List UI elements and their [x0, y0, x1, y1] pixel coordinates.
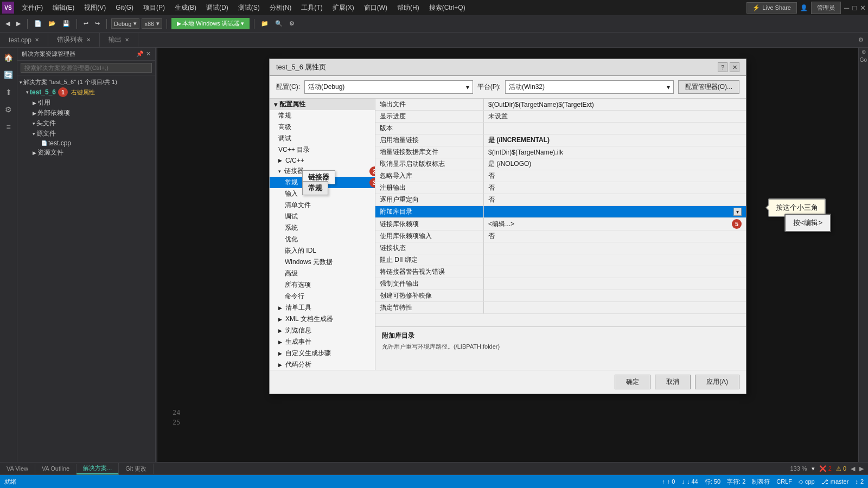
- menu-search[interactable]: 搜索(Ctrl+Q): [425, 2, 470, 14]
- toolbar-redo[interactable]: ↪: [93, 19, 102, 28]
- menu-edit[interactable]: 编辑(E): [48, 2, 79, 14]
- char-info[interactable]: 字符: 2: [727, 478, 745, 486]
- left-tree-debug[interactable]: 调试: [270, 133, 375, 144]
- menu-window[interactable]: 窗口(W): [360, 2, 392, 14]
- toolbar-save[interactable]: 💾: [60, 19, 72, 28]
- search-input[interactable]: [21, 63, 152, 73]
- arrows-up[interactable]: ↑ ↑ 0: [662, 478, 675, 485]
- left-tree-xml[interactable]: ▶ XML 文档生成器: [270, 313, 375, 325]
- close-btn[interactable]: ✕: [860, 4, 866, 12]
- error-count[interactable]: ❌ 2: [819, 465, 832, 472]
- menu-build[interactable]: 生成(B): [170, 2, 201, 14]
- refresh-icon[interactable]: 🔄: [1, 67, 16, 82]
- tab-settings[interactable]: ⚙: [854, 35, 868, 44]
- prop-row-addl-lib[interactable]: 附加库目录 ▾ 4: [375, 206, 746, 218]
- maximize-btn[interactable]: □: [852, 4, 857, 12]
- platform-dropdown[interactable]: x86 ▾: [142, 18, 162, 29]
- left-tree-allopts[interactable]: 所有选项: [270, 279, 375, 291]
- toolbar-extra-1[interactable]: 📁: [259, 19, 271, 28]
- zoom-control[interactable]: ▾: [812, 465, 815, 472]
- cancel-button[interactable]: 取消: [655, 375, 691, 389]
- menu-extensions[interactable]: 扩展(X): [328, 2, 359, 14]
- tab-info[interactable]: 制表符: [752, 478, 770, 486]
- toolbar-forward[interactable]: ▶: [14, 19, 23, 28]
- toolbar-extra-2[interactable]: 🔍: [273, 19, 285, 28]
- settings-icon[interactable]: ⚙: [1, 102, 16, 117]
- left-tree-cmdline[interactable]: 命令行: [270, 291, 375, 302]
- config-manager-btn[interactable]: 配置管理器(O)...: [678, 80, 739, 94]
- tab-close-output[interactable]: ✕: [125, 37, 129, 43]
- left-tree-system[interactable]: 系统: [270, 222, 375, 234]
- tab-solution[interactable]: 解决方案...: [76, 463, 119, 474]
- left-tree-idl[interactable]: 嵌入的 IDL: [270, 245, 375, 256]
- right-panel-btn[interactable]: ⊕: [861, 49, 866, 55]
- warning-count[interactable]: ⚠ 0: [836, 465, 846, 472]
- left-tree-normal[interactable]: 常规: [270, 110, 375, 121]
- line-info[interactable]: 行: 50: [705, 478, 720, 486]
- filter-icon[interactable]: ≡: [1, 119, 16, 134]
- encoding-info[interactable]: CRLF: [776, 478, 792, 485]
- dialog-close-btn[interactable]: ✕: [730, 62, 739, 72]
- left-tree-manifest[interactable]: 清单文件: [270, 200, 375, 211]
- menu-help[interactable]: 帮助(H): [393, 2, 424, 14]
- toolbar-open[interactable]: 📂: [46, 19, 58, 28]
- menu-test[interactable]: 测试(S): [234, 2, 264, 14]
- left-tree-advanced2[interactable]: 高级: [270, 268, 375, 279]
- resource-files-node[interactable]: ▶ 资源文件: [17, 147, 155, 158]
- branch-info[interactable]: ⎇ master: [821, 478, 849, 485]
- toolbar-extra-3[interactable]: ⚙: [287, 19, 297, 28]
- solution-root[interactable]: ▾ 解决方案 "test_5_6" (1 个项目/共 1): [17, 78, 155, 87]
- toolbar-undo[interactable]: ↩: [81, 19, 91, 28]
- tab-test-cpp[interactable]: test.cpp ✕: [0, 34, 48, 46]
- lang-info[interactable]: ◇ cpp: [799, 478, 815, 485]
- left-tree-manifest-tool[interactable]: ▶ 清单工具: [270, 302, 375, 313]
- menu-project[interactable]: 项目(P): [139, 2, 169, 14]
- tab-va-outline[interactable]: VA Outline: [35, 464, 76, 473]
- tab-error-list[interactable]: 错误列表 ✕: [48, 33, 100, 47]
- menu-git[interactable]: Git(G): [111, 3, 138, 12]
- left-tree-debug2[interactable]: 调试: [270, 211, 375, 222]
- nav-right[interactable]: ▶: [859, 465, 864, 472]
- left-tree-cpp[interactable]: ▶ C/C++: [270, 156, 375, 165]
- sidebar-pin[interactable]: 📌: [136, 50, 144, 57]
- right-panel-go[interactable]: Go: [860, 57, 867, 63]
- config-props-header[interactable]: ▾ 配置属性: [270, 99, 375, 110]
- addl-lib-dropdown[interactable]: ▾: [733, 208, 742, 216]
- platform-select[interactable]: 活动(Win32) ▾: [505, 80, 674, 94]
- ref-node[interactable]: ▶ 引用: [17, 98, 155, 108]
- run-button[interactable]: ▶ 本地 Windows 调试器 ▾: [171, 18, 250, 29]
- left-tree-custom-build[interactable]: ▶ 自定义生成步骤: [270, 348, 375, 359]
- project-node[interactable]: ▾ test_5_6 1 右键属性: [17, 87, 155, 98]
- config-select[interactable]: 活动(Debug) ▾: [304, 80, 473, 94]
- left-tree-winmeta[interactable]: Windows 元数据: [270, 256, 375, 268]
- home-icon[interactable]: 🏠: [1, 50, 16, 65]
- test-cpp-node[interactable]: 📄 test.cpp: [17, 139, 155, 147]
- toolbar-new[interactable]: 📄: [32, 19, 44, 28]
- menu-analyze[interactable]: 分析(N): [265, 2, 296, 14]
- tab-va-view[interactable]: VA View: [0, 464, 35, 473]
- menu-tools[interactable]: 工具(T): [297, 2, 327, 14]
- left-tree-browse[interactable]: ▶ 浏览信息: [270, 325, 375, 336]
- ok-button[interactable]: 确定: [615, 375, 650, 389]
- arrows-down[interactable]: ↓ ↓ 44: [681, 478, 698, 485]
- sidebar-close[interactable]: ✕: [146, 50, 151, 57]
- tab-close-test-cpp[interactable]: ✕: [35, 37, 39, 43]
- nav-left[interactable]: ◀: [851, 465, 855, 472]
- left-tree-vcpp[interactable]: VC++ 目录: [270, 144, 375, 156]
- sync-info[interactable]: ↕ 2: [855, 478, 864, 485]
- config-dropdown[interactable]: Debug ▾: [111, 18, 139, 29]
- menu-file[interactable]: 文件(F): [17, 2, 47, 14]
- apply-button[interactable]: 应用(A): [695, 375, 739, 389]
- minimize-btn[interactable]: ─: [844, 4, 849, 12]
- tab-output[interactable]: 输出 ✕: [100, 33, 138, 47]
- collapse-icon[interactable]: ⬆: [1, 85, 16, 100]
- source-files-node[interactable]: ▾ 源文件: [17, 129, 155, 139]
- menu-debug[interactable]: 调试(D): [202, 2, 233, 14]
- toolbar-back[interactable]: ◀: [3, 19, 12, 28]
- admin-button[interactable]: 管理员: [811, 2, 841, 14]
- tab-close-error-list[interactable]: ✕: [86, 37, 91, 43]
- tab-git-changes[interactable]: Git 更改: [119, 464, 154, 474]
- header-files-node[interactable]: ▾ 头文件: [17, 118, 155, 129]
- left-tree-advanced[interactable]: 高级: [270, 121, 375, 133]
- live-share-button[interactable]: ⚡ Live Share: [746, 2, 797, 14]
